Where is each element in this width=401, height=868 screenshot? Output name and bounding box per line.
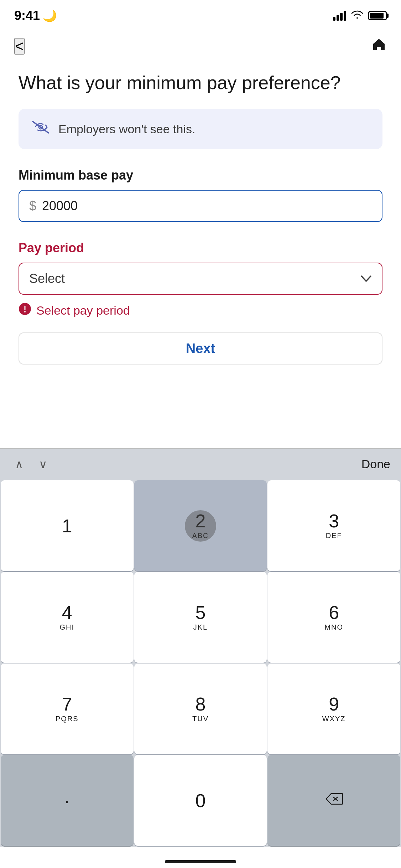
numeric-keyboard: 1 2 ABC 3 DEF 4 GHI 5 JKL 6 MNO 7 PQRS 8… [0,480,401,847]
pay-period-label: Pay period [19,241,382,255]
minimum-base-pay-label: Minimum base pay [19,168,382,183]
toolbar-up-arrow[interactable]: ∧ [11,455,27,474]
key-1[interactable]: 1 [1,480,134,571]
dollar-sign: $ [29,198,36,213]
key-8[interactable]: 8 TUV [134,663,267,754]
status-icons [333,10,387,22]
home-bar [165,860,236,863]
info-banner-text: Employers won't see this. [58,122,195,136]
chevron-down-icon [360,272,372,286]
pay-input[interactable] [42,198,372,213]
eye-hidden-icon [31,120,50,138]
next-button[interactable]: Next [19,332,382,365]
main-content: What is your minimum pay preference? Emp… [0,64,401,379]
status-time: 9:41 🌙 [14,8,57,23]
home-icon[interactable] [371,37,387,56]
info-banner: Employers won't see this. [19,109,382,149]
error-text: Select pay period [36,304,130,317]
toolbar-nav: ∧ ∨ [11,455,51,474]
next-button-label: Next [186,341,215,356]
battery-icon [368,11,387,20]
error-icon [19,303,31,318]
nav-bar: < [0,29,401,64]
key-6[interactable]: 6 MNO [267,572,400,663]
keyboard-toolbar: ∧ ∨ Done [0,448,401,480]
key-backspace[interactable] [267,755,400,846]
moon-icon: 🌙 [43,9,57,22]
key-dot[interactable]: · [1,755,134,846]
toolbar-done-button[interactable]: Done [361,457,390,471]
key-4[interactable]: 4 GHI [1,572,134,663]
select-placeholder: Select [29,271,65,286]
page-title: What is your minimum pay preference? [19,71,382,94]
key-7[interactable]: 7 PQRS [1,663,134,754]
key-3[interactable]: 3 DEF [267,480,400,571]
key-2[interactable]: 2 ABC [134,480,267,571]
key-9[interactable]: 9 WXYZ [267,663,400,754]
toolbar-down-arrow[interactable]: ∨ [35,455,51,474]
wifi-icon [351,10,363,22]
svg-point-2 [24,311,26,312]
pay-period-select[interactable]: Select [19,263,382,295]
key-0[interactable]: 0 [134,755,267,846]
status-bar: 9:41 🌙 [0,0,401,29]
error-message: Select pay period [19,303,382,318]
signal-icon [333,11,346,21]
back-button[interactable]: < [14,38,25,55]
pay-input-wrapper[interactable]: $ [19,190,382,222]
key-5[interactable]: 5 JKL [134,572,267,663]
